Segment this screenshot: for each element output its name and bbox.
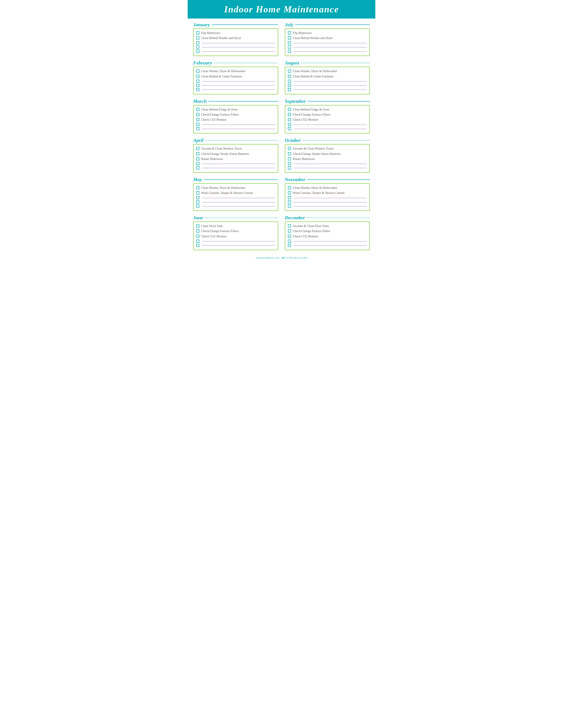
blank-underline xyxy=(294,85,367,86)
checkbox-icon[interactable] xyxy=(288,36,291,39)
checklist-item: Clean Dryer Vent xyxy=(196,224,275,228)
checkbox-icon[interactable] xyxy=(196,152,199,155)
checkbox-icon[interactable] xyxy=(288,162,291,165)
checkbox-icon[interactable] xyxy=(288,244,291,247)
month-box-july: Flip MattressesClean Behind Washer and D… xyxy=(285,28,370,56)
blank-underline xyxy=(202,164,275,164)
checkbox-icon[interactable] xyxy=(196,166,199,169)
checkbox-icon[interactable] xyxy=(288,152,291,155)
checkbox-icon[interactable] xyxy=(288,108,291,111)
checklist-item: Check CO2 Monitor xyxy=(196,118,275,122)
checkbox-icon[interactable] xyxy=(288,196,291,199)
checkbox-icon[interactable] xyxy=(288,157,291,160)
checkbox-icon[interactable] xyxy=(196,224,199,227)
page: Indoor Home Maintenance JanuaryFlip Matt… xyxy=(188,0,375,261)
checkbox-icon[interactable] xyxy=(196,200,199,203)
checkbox-icon[interactable] xyxy=(196,118,199,121)
checkbox-icon[interactable] xyxy=(196,244,199,247)
item-text: Check/Change Smoke Alarm Batteries xyxy=(293,152,341,156)
checkbox-icon[interactable] xyxy=(196,147,199,150)
checkbox-icon[interactable] xyxy=(196,36,199,39)
blank-line xyxy=(288,205,367,208)
checkbox-icon[interactable] xyxy=(196,127,199,130)
checkbox-icon[interactable] xyxy=(288,118,291,121)
item-text: Clean Behind Fridge & Oven xyxy=(201,108,237,112)
item-text: Clean Washer, Dryer & Dishwasher xyxy=(293,69,337,73)
checkbox-icon[interactable] xyxy=(196,186,199,189)
checklist-item: Clean Behind & Under Furniture xyxy=(288,75,367,79)
checklist-item: Check/Change Smoke Alarm Batteries xyxy=(196,152,275,156)
month-title-december: December xyxy=(285,215,370,221)
checkbox-icon[interactable] xyxy=(288,45,291,49)
checkbox-icon[interactable] xyxy=(196,31,199,34)
checkbox-icon[interactable] xyxy=(196,240,199,243)
checklist-item: Check/Change Smoke Alarm Batteries xyxy=(288,152,367,156)
checkbox-icon[interactable] xyxy=(196,123,199,126)
checkbox-icon[interactable] xyxy=(196,84,199,87)
checkbox-icon[interactable] xyxy=(196,157,199,160)
checkbox-icon[interactable] xyxy=(196,113,199,116)
checkbox-icon[interactable] xyxy=(288,80,291,83)
month-box-september: Clean Behind Fridge & OvenCheck/Change F… xyxy=(285,105,370,134)
item-text: Clean Washer, Dryer & Dishwasher xyxy=(201,186,245,190)
month-section-october: OctoberVacuum & Clean Window TractsCheck… xyxy=(285,137,370,173)
checkbox-icon[interactable] xyxy=(288,186,291,189)
checkbox-icon[interactable] xyxy=(196,108,199,111)
item-text: Clean Behind Fridge & Oven xyxy=(293,108,329,112)
checkbox-icon[interactable] xyxy=(288,191,291,194)
checkbox-icon[interactable] xyxy=(196,196,199,199)
blank-line xyxy=(196,45,275,49)
checkbox-icon[interactable] xyxy=(288,224,291,227)
checkbox-icon[interactable] xyxy=(288,235,291,238)
checklist-item: Check CO2 Monitor xyxy=(288,118,367,122)
item-text: Check CO2 Monitor xyxy=(293,235,318,238)
checkbox-icon[interactable] xyxy=(288,113,291,116)
checkbox-icon[interactable] xyxy=(196,41,199,44)
checkbox-icon[interactable] xyxy=(196,50,199,53)
month-section-may: MayClean Washer, Dryer & DishwasherWash … xyxy=(193,177,278,211)
checkbox-icon[interactable] xyxy=(288,240,291,243)
header: Indoor Home Maintenance xyxy=(188,0,375,19)
checkbox-icon[interactable] xyxy=(196,75,199,78)
checkbox-icon[interactable] xyxy=(288,75,291,78)
blank-line xyxy=(196,244,275,247)
checklist-item: Clean Behind Washer and Dryer xyxy=(196,36,275,40)
blank-line xyxy=(288,80,367,83)
checkbox-icon[interactable] xyxy=(196,69,199,73)
checkbox-icon[interactable] xyxy=(288,50,291,53)
checkbox-icon[interactable] xyxy=(288,127,291,130)
month-title-april: April xyxy=(193,137,278,143)
checkbox-icon[interactable] xyxy=(288,205,291,208)
checkbox-icon[interactable] xyxy=(196,205,199,208)
checkbox-icon[interactable] xyxy=(288,166,291,169)
checkbox-icon[interactable] xyxy=(288,84,291,87)
checkbox-icon[interactable] xyxy=(196,229,199,233)
checkbox-icon[interactable] xyxy=(196,45,199,49)
checkbox-icon[interactable] xyxy=(196,162,199,165)
checkbox-icon[interactable] xyxy=(288,229,291,233)
month-section-august: AugustClean Washer, Dryer & DishwasherCl… xyxy=(285,60,370,94)
month-title-march: March xyxy=(193,98,278,104)
blank-line xyxy=(288,240,367,243)
checkbox-icon[interactable] xyxy=(196,88,199,91)
checkbox-icon[interactable] xyxy=(288,41,291,44)
checklist-item: Wash Curtains, Drapes & Shower Curtain xyxy=(196,191,275,195)
blank-line xyxy=(288,162,367,165)
checkbox-icon[interactable] xyxy=(196,191,199,194)
item-text: Check/Change Furnace Filters xyxy=(293,229,330,233)
checklist-item: Clean Washer, Dryer & Dishwasher xyxy=(196,69,275,73)
blank-line xyxy=(196,205,275,208)
month-box-may: Clean Washer, Dryer & DishwasherWash Cur… xyxy=(193,183,278,211)
checkbox-icon[interactable] xyxy=(288,31,291,34)
month-title-october: October xyxy=(285,137,370,143)
checkbox-icon[interactable] xyxy=(288,123,291,126)
checkbox-icon[interactable] xyxy=(288,200,291,203)
blank-underline xyxy=(294,51,367,52)
checkbox-icon[interactable] xyxy=(288,147,291,150)
checkbox-icon[interactable] xyxy=(196,80,199,83)
checkbox-icon[interactable] xyxy=(288,69,291,73)
blank-line xyxy=(196,88,275,91)
checkbox-icon[interactable] xyxy=(288,88,291,91)
checklist-item: Clean Behind & Under Furniture xyxy=(196,75,275,79)
checkbox-icon[interactable] xyxy=(196,235,199,238)
